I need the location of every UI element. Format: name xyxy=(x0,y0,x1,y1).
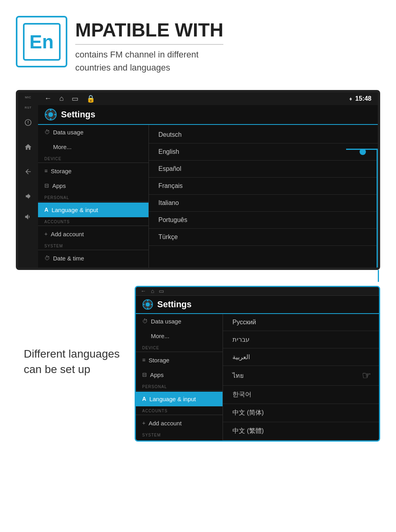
popup-language-list: Русский עברית العربية ไทย ☞ 한국어 中文 (简体) … xyxy=(223,314,379,440)
popup-accounts-label: ACCOUNTS xyxy=(136,406,223,414)
popup-add-account-label: Add account xyxy=(148,420,181,427)
bottom-popup: ← ⌂ ▭ Settings ⏱ Data usage xyxy=(135,286,380,442)
svg-point-4 xyxy=(46,114,47,115)
nav-buttons: ← ⌂ ▭ 🔒 xyxy=(44,94,95,103)
popup-add-account[interactable]: + Add account xyxy=(136,416,223,431)
connector-area xyxy=(16,270,380,282)
date-icon: ⏱ xyxy=(44,255,50,261)
lang-portugues[interactable]: Português xyxy=(149,212,378,229)
en-logo-inner: En xyxy=(23,23,61,61)
date-time-item[interactable]: ⏱ Date & time xyxy=(38,251,148,266)
settings-icon xyxy=(44,108,57,121)
popup-data-usage-icon: ⏱ xyxy=(142,318,148,324)
rst-label: RST xyxy=(25,106,32,109)
finger-cursor-icon: ☞ xyxy=(362,369,371,382)
popup-divider-1 xyxy=(136,352,223,352)
popup-settings-header: Settings xyxy=(136,296,379,314)
lang-deutsch[interactable]: Deutsch xyxy=(149,126,378,144)
power-btn[interactable] xyxy=(22,117,34,128)
storage-item[interactable]: ≡ Storage xyxy=(38,164,148,178)
more-item[interactable]: More... xyxy=(38,140,148,154)
more-label: More... xyxy=(44,144,72,150)
popup-more[interactable]: More... xyxy=(136,329,223,343)
bottom-description: Different languagescan be set up xyxy=(24,346,127,377)
popup-lang-thai[interactable]: ไทย ☞ xyxy=(223,366,379,386)
lang-espanol[interactable]: Español xyxy=(149,161,378,178)
apps-item[interactable]: ⊟ Apps xyxy=(38,178,148,193)
svg-point-8 xyxy=(147,300,148,301)
lang-francais[interactable]: Français xyxy=(149,178,378,195)
mid-connector xyxy=(378,270,379,282)
popup-data-usage-label: Data usage xyxy=(151,318,181,325)
add-account-item[interactable]: + Add account xyxy=(38,227,148,241)
back-side-btn[interactable] xyxy=(22,166,34,178)
popup-settings-icon xyxy=(142,299,153,310)
top-settings-header: Settings xyxy=(38,105,378,125)
thai-label: ไทย xyxy=(232,372,244,379)
svg-point-11 xyxy=(151,304,152,305)
popup-device-label: DEVICE xyxy=(136,343,223,351)
date-time-label: Date & time xyxy=(53,255,84,262)
status-right: ♦ 15:48 xyxy=(349,95,371,102)
device-sidebar: MIC RST xyxy=(18,92,38,268)
en-logo-text: En xyxy=(29,31,53,53)
top-settings-title: Settings xyxy=(61,109,95,120)
popup-lang-arabic[interactable]: العربية xyxy=(223,348,379,366)
lock-nav-btn[interactable]: 🔒 xyxy=(86,94,95,103)
rst-area: RST xyxy=(22,102,34,114)
divider-3 xyxy=(38,226,148,226)
home-side-btn[interactable] xyxy=(22,141,34,153)
storage-label: Storage xyxy=(51,168,72,174)
bottom-section: Different languagescan be set up ← ⌂ ▭ S… xyxy=(16,282,380,442)
home-nav-btn[interactable]: ⌂ xyxy=(59,94,64,103)
bottom-left-text: Different languagescan be set up xyxy=(16,282,135,442)
add-account-label: Add account xyxy=(51,231,84,237)
popup-top-connector xyxy=(377,286,378,287)
storage-icon: ≡ xyxy=(44,168,48,174)
data-usage-item[interactable]: ⏱ Data usage xyxy=(38,125,148,140)
back-nav-btn[interactable]: ← xyxy=(44,94,51,103)
popup-lang-chinese-traditional[interactable]: 中文 (繁體) xyxy=(223,422,379,440)
language-input-label: Language & input xyxy=(51,207,98,213)
mic-label: MIC xyxy=(25,96,31,99)
en-logo: En xyxy=(16,16,67,67)
popup-lang-hebrew[interactable]: עברית xyxy=(223,331,379,348)
popup-apps[interactable]: ⊟ Apps xyxy=(136,367,223,382)
top-settings-left: ⏱ Data usage More... DEVICE ≡ Storage ⊟ xyxy=(38,125,149,268)
popup-personal-label: PERSONAL xyxy=(136,382,223,390)
popup-nav-recent: ▭ xyxy=(159,288,164,294)
popup-system-label: SYSTEM xyxy=(136,431,223,438)
popup-lang-chinese-simplified[interactable]: 中文 (简体) xyxy=(223,404,379,422)
popup-storage-label: Storage xyxy=(148,357,169,364)
add-icon: + xyxy=(44,231,48,237)
device-main: ← ⌂ ▭ 🔒 ♦ 15:48 xyxy=(38,92,378,268)
lang-english[interactable]: English xyxy=(149,144,378,161)
header-section: En MPATIBLE WITH contains FM channel in … xyxy=(0,0,396,82)
header-divider xyxy=(75,44,223,45)
vol-up-btn[interactable] xyxy=(22,211,34,223)
device-section-label: DEVICE xyxy=(38,154,148,162)
svg-point-7 xyxy=(146,302,150,307)
recent-nav-btn[interactable]: ▭ xyxy=(72,94,78,103)
language-icon: A xyxy=(44,207,48,213)
lang-italiano[interactable]: Italiano xyxy=(149,195,378,212)
vol-down-btn[interactable] xyxy=(22,190,34,202)
top-language-list: Deutsch English Español Français Italian… xyxy=(149,125,378,268)
popup-lang-icon: A xyxy=(142,396,146,402)
top-device-container: MIC RST xyxy=(16,90,380,270)
popup-content: ⏱ Data usage More... DEVICE ≡ Storage ⊟ … xyxy=(136,314,379,440)
horizontal-connector-top xyxy=(346,149,378,150)
apps-label: Apps xyxy=(52,182,66,189)
svg-point-2 xyxy=(50,109,51,111)
svg-point-1 xyxy=(48,112,53,117)
system-section-label: SYSTEM xyxy=(38,241,148,249)
language-input-item[interactable]: A Language & input xyxy=(38,203,148,217)
popup-storage[interactable]: ≡ Storage xyxy=(136,353,223,367)
data-usage-icon: ⏱ xyxy=(44,129,50,135)
popup-language-input[interactable]: A Language & input xyxy=(136,392,223,406)
popup-lang-russian[interactable]: Русский xyxy=(223,314,379,331)
lang-turkce[interactable]: Türkçe xyxy=(149,229,378,246)
vertical-connector-line xyxy=(377,149,378,270)
popup-data-usage[interactable]: ⏱ Data usage xyxy=(136,314,223,329)
popup-lang-korean[interactable]: 한국어 xyxy=(223,386,379,404)
